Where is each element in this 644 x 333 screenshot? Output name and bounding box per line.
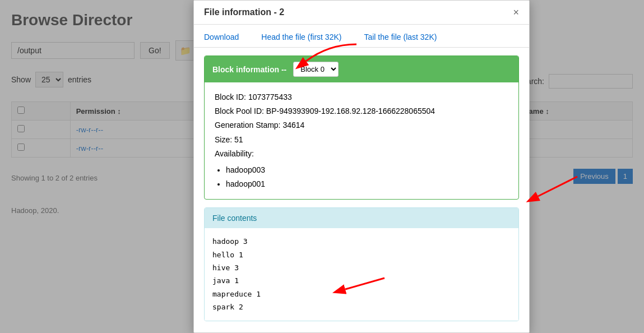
- block-select[interactable]: Block 0: [293, 62, 339, 77]
- generation-stamp: Generation Stamp: 34614: [215, 118, 508, 132]
- modal-header: File information - 2 ×: [194, 1, 529, 25]
- file-contents-header: File contents: [205, 208, 518, 228]
- file-contents-section: File contents hadoop 3 hello 1 hive 3 ja…: [204, 207, 519, 321]
- file-line-4: java 1: [212, 274, 511, 287]
- block-header-text: Block information --: [212, 65, 286, 74]
- tail-file-link[interactable]: Tail the file (last 32K): [364, 33, 437, 41]
- block-size: Size: 51: [215, 133, 508, 147]
- download-link[interactable]: Download: [204, 33, 239, 41]
- file-contents-body: hadoop 3 hello 1 hive 3 java 1 mapreduce…: [205, 228, 518, 320]
- modal-close-button[interactable]: ×: [513, 7, 519, 17]
- block-header: Block information -- Block 0: [205, 56, 518, 82]
- block-id: Block ID: 1073775433: [215, 90, 508, 104]
- file-line-2: hello 1: [212, 248, 511, 261]
- file-line-5: mapreduce 1: [212, 288, 511, 300]
- modal-dialog: File information - 2 × Download Head the…: [193, 0, 530, 333]
- block-body: Block ID: 1073775433 Block Pool ID: BP-9…: [205, 82, 518, 199]
- modal-links: Download Head the file (first 32K) Tail …: [194, 25, 529, 48]
- file-line-6: spark 2: [212, 300, 511, 313]
- block-pool-id: Block Pool ID: BP-949393909-192.168.92.1…: [215, 104, 508, 118]
- modal-title: File information - 2: [204, 7, 284, 17]
- head-file-link[interactable]: Head the file (first 32K): [261, 33, 341, 41]
- availability-label: Availability:: [215, 147, 508, 161]
- node-1: hadoop003: [226, 163, 508, 177]
- block-info-section: Block information -- Block 0 Block ID: 1…: [204, 55, 519, 200]
- availability-list: hadoop003 hadoop001: [226, 163, 508, 191]
- file-line-3: hive 3: [212, 261, 511, 274]
- file-line-1: hadoop 3: [212, 235, 511, 248]
- node-2: hadoop001: [226, 177, 508, 191]
